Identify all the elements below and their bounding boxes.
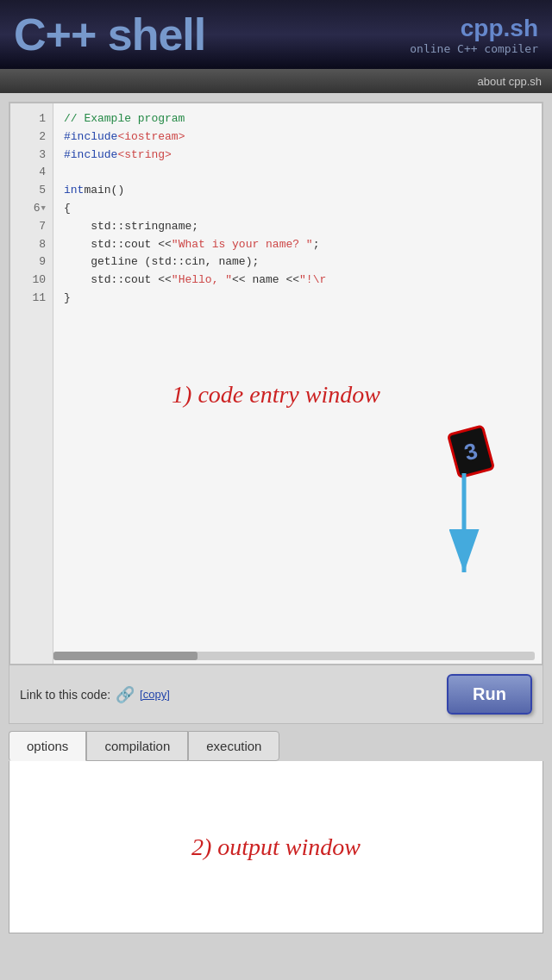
code-line-11: }	[64, 290, 531, 308]
link-icon: 🔗	[116, 685, 135, 704]
code-line-9: getline (std::cin, name);	[64, 253, 531, 272]
code-line-4	[64, 164, 531, 182]
scrollbar-thumb[interactable]	[53, 652, 198, 660]
code-line-1: // Example program	[64, 110, 531, 128]
code-line-7: std::string name;	[64, 218, 531, 236]
tab-compilation[interactable]: compilation	[86, 731, 188, 761]
code-editor[interactable]: 1 2 3 4 5 6▼ 7 8 9 10 11 // Example prog…	[9, 102, 543, 665]
about-bar[interactable]: about cpp.sh	[0, 69, 552, 93]
link-bar: Link to this code: 🔗 [copy] Run	[9, 665, 543, 724]
output-window: 2) output window	[9, 761, 543, 933]
code-line-6: {	[64, 200, 531, 218]
app-title: C++ shell	[14, 9, 205, 60]
editor-scrollbar[interactable]	[53, 652, 535, 660]
code-line-3: #include <string>	[64, 147, 531, 165]
code-line-5: int main()	[64, 182, 531, 200]
line-numbers: 1 2 3 4 5 6▼ 7 8 9 10 11	[10, 103, 53, 664]
brand-name: cpp.sh	[410, 15, 538, 42]
brand-subtitle: online C++ compiler	[410, 42, 538, 55]
code-line-8: std::cout << "What is your name? ";	[64, 236, 531, 254]
tab-execution[interactable]: execution	[188, 731, 279, 761]
link-section: Link to this code: 🔗 [copy]	[20, 685, 170, 704]
code-line-10: std::cout << "Hello, " << name << "!\r	[64, 272, 531, 290]
tabs-bar: options compilation execution	[9, 731, 543, 761]
copy-button[interactable]: [copy]	[140, 688, 170, 701]
tab-options[interactable]: options	[9, 731, 86, 761]
code-line-2: #include <iostream>	[64, 128, 531, 147]
output-annotation: 2) output window	[191, 833, 361, 861]
link-label: Link to this code:	[20, 688, 110, 702]
code-content[interactable]: // Example program #include <iostream> #…	[53, 103, 542, 664]
run-button[interactable]: Run	[447, 674, 532, 715]
header-brand-area: cpp.sh online C++ compiler	[410, 15, 538, 55]
about-link[interactable]: about cpp.sh	[478, 75, 542, 88]
header: C++ shell cpp.sh online C++ compiler	[0, 0, 552, 69]
